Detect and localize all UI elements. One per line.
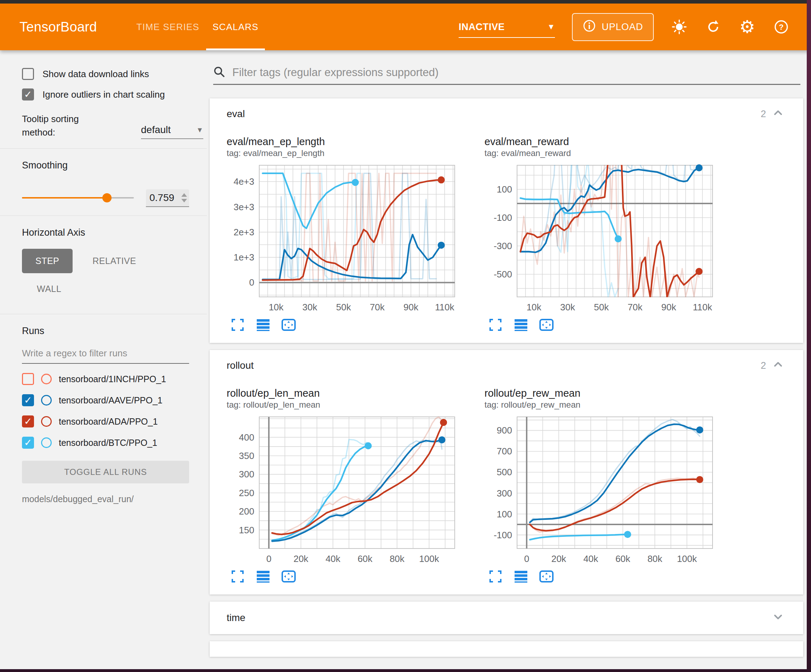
run-label: tensorboard/BTC/PPO_1 [59,438,157,448]
run-radio[interactable] [41,395,52,406]
runs-label: Runs [22,325,207,337]
chart-tile-eval-mean-ep-length: eval/mean_ep_length tag: eval/mean_ep_le… [227,134,476,332]
toggle-all-runs-button[interactable]: TOGGLE ALL RUNS [22,461,189,483]
section-header-eval[interactable]: eval 2 [210,98,803,130]
run-checkbox[interactable] [22,373,34,385]
svg-text:80k: 80k [390,554,405,564]
svg-text:?: ? [779,23,783,32]
status-dropdown[interactable]: INACTIVE ▼ [459,15,555,39]
axis-wall-button[interactable]: WALL [37,284,61,294]
run-label: tensorboard/1INCH/PPO_1 [59,374,166,384]
run-label: tensorboard/AAVE/PPO_1 [59,395,163,406]
run-row-aave[interactable]: ✓ tensorboard/AAVE/PPO_1 [22,394,207,406]
stepper-arrows-icon[interactable] [182,193,187,202]
chart-tag: tag: eval/mean_reward [484,148,734,158]
chart-title: eval/mean_reward [484,136,734,147]
chevron-down-icon: ▼ [547,22,555,32]
data-table-icon[interactable] [514,569,528,584]
data-table-icon[interactable] [256,569,271,584]
line-chart[interactable]: 020k40k60k80k100k-100100300500700900 [484,412,734,566]
show-download-links-checkbox[interactable] [22,68,34,80]
runs-filter-input[interactable] [22,346,189,364]
fit-to-data-icon[interactable] [539,569,554,584]
chevron-up-icon[interactable] [772,107,784,121]
svg-text:100: 100 [497,509,512,520]
svg-text:-100: -100 [494,212,512,223]
settings-gear-icon[interactable]: ⚙ [739,19,756,36]
svg-text:100k: 100k [419,554,439,564]
svg-text:60k: 60k [616,554,631,564]
ignore-outliers-label: Ignore outliers in chart scaling [42,89,165,100]
section-header-time[interactable]: time [210,602,803,634]
line-chart[interactable]: 020k40k60k80k100k150200250300350400 [227,412,476,566]
run-row-ada[interactable]: ✓ tensorboard/ADA/PPO_1 [22,415,207,427]
tab-scalars[interactable]: SCALARS [212,3,258,50]
tooltip-sorting-select[interactable]: default ▼ [141,124,203,139]
run-checkbox[interactable]: ✓ [22,437,34,449]
line-chart[interactable]: 10k30k50k70k90k110k100-100-300-500 [484,160,734,315]
chevron-up-icon[interactable] [772,359,784,372]
section-count-badge: 2 [761,108,766,120]
fit-to-data-icon[interactable] [281,569,296,584]
tag-filter-input[interactable] [232,66,800,79]
brightness-icon[interactable] [671,19,688,36]
section-card-partial [210,641,803,657]
axis-step-button[interactable]: STEP [22,249,73,273]
tag-filter-field [213,66,800,85]
svg-text:-500: -500 [494,269,512,279]
run-radio[interactable] [41,437,52,448]
show-download-links-row[interactable]: Show data download links [22,68,207,80]
svg-text:100k: 100k [677,554,697,564]
section-card-time: time [210,602,803,634]
svg-text:30k: 30k [560,302,575,313]
svg-text:90k: 90k [661,302,677,313]
run-radio[interactable] [41,416,52,427]
upload-button[interactable]: UPLOAD [572,13,654,41]
line-chart[interactable]: 10k30k50k70k90k110k01e+32e+33e+34e+3 [227,160,476,315]
axis-relative-button[interactable]: RELATIVE [92,256,136,266]
main-content: eval 2 eval/mean_ep_length tag: eval/mea… [207,50,807,669]
run-row-btc[interactable]: ✓ tensorboard/BTC/PPO_1 [22,437,207,449]
chart-tag: tag: rollout/ep_len_mean [227,400,476,410]
ignore-outliers-row[interactable]: ✓ Ignore outliers in chart scaling [22,88,207,100]
svg-text:90k: 90k [403,302,419,313]
svg-text:300: 300 [497,488,512,499]
svg-text:70k: 70k [370,302,385,313]
runs-logdir-path: models/debugged_eval_run/ [22,494,207,504]
section-header-rollout[interactable]: rollout 2 [210,350,803,381]
svg-text:0: 0 [524,554,529,564]
data-table-icon[interactable] [256,317,271,332]
svg-text:20k: 20k [551,554,567,564]
svg-text:10k: 10k [269,302,284,313]
fit-to-data-icon[interactable] [281,317,296,332]
fit-to-data-icon[interactable] [539,317,554,332]
svg-text:40k: 40k [583,554,599,564]
svg-text:3e+3: 3e+3 [233,202,254,212]
svg-text:250: 250 [239,487,254,498]
svg-text:10k: 10k [527,302,542,313]
expand-chart-icon[interactable] [488,569,503,584]
run-radio[interactable] [41,374,52,384]
help-icon[interactable]: ? [773,19,790,36]
smoothing-slider[interactable] [22,197,134,198]
svg-text:700: 700 [497,446,512,457]
smoothing-value-input[interactable]: 0.759 [146,189,189,206]
data-table-icon[interactable] [514,317,528,332]
app-header: TensorBoard TIME SERIES SCALARS INACTIVE… [0,3,811,50]
expand-chart-icon[interactable] [230,317,245,332]
svg-text:80k: 80k [647,554,663,564]
refresh-icon[interactable] [705,19,722,36]
expand-chart-icon[interactable] [488,317,503,332]
tab-time-series[interactable]: TIME SERIES [136,3,199,50]
svg-text:20k: 20k [294,554,309,564]
run-checkbox[interactable]: ✓ [22,415,34,427]
expand-chart-icon[interactable] [230,569,245,584]
ignore-outliers-checkbox[interactable]: ✓ [22,88,34,100]
run-checkbox[interactable]: ✓ [22,394,34,406]
chart-tag: tag: eval/mean_ep_length [227,148,476,158]
svg-text:50k: 50k [336,302,351,313]
run-row-1inch[interactable]: tensorboard/1INCH/PPO_1 [22,373,207,385]
chart-title: rollout/ep_rew_mean [484,388,734,399]
smoothing-slider-thumb[interactable] [102,193,112,202]
chevron-down-icon[interactable] [772,611,784,625]
